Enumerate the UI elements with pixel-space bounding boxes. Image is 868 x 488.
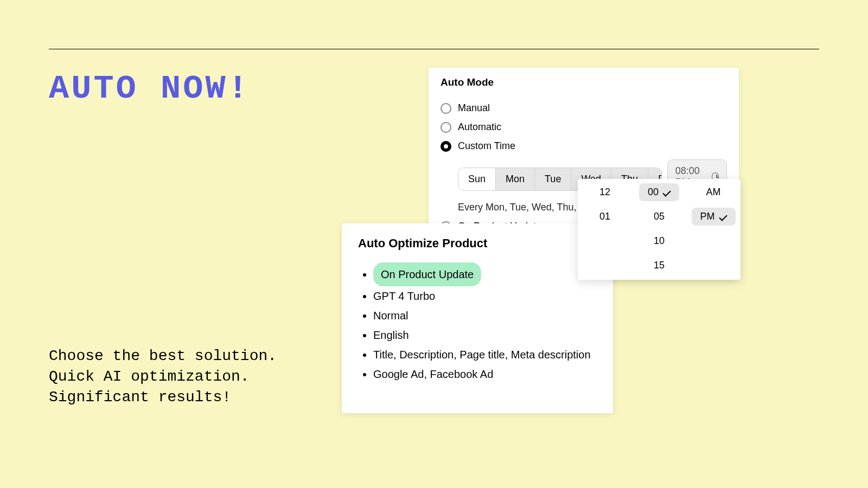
radio-icon xyxy=(441,103,451,114)
hour-option[interactable]: 01 xyxy=(591,208,619,226)
caption-line: Significant results! xyxy=(49,387,277,408)
list-item: Google Ad, Facebook Ad xyxy=(373,364,597,384)
caption-line: Choose the best solution. xyxy=(49,346,277,367)
ampm-option[interactable]: AM xyxy=(698,183,730,201)
check-icon xyxy=(719,213,727,221)
hour-option[interactable]: 12 xyxy=(591,183,619,201)
divider xyxy=(49,49,819,49)
minute-option[interactable]: 00 xyxy=(639,183,679,201)
highlighted-item: On Product Update xyxy=(373,262,481,286)
minute-option[interactable]: 10 xyxy=(645,232,673,250)
minute-column: 00 05 10 15 xyxy=(632,183,686,275)
minute-option[interactable]: 05 xyxy=(645,208,673,226)
list-item: On Product Update xyxy=(373,262,597,286)
ampm-column: AM PM xyxy=(686,183,741,275)
page-headline: AUTO NOW! xyxy=(49,69,250,108)
minute-option[interactable]: 15 xyxy=(645,256,673,274)
minute-label: 00 xyxy=(648,187,659,198)
day-sun[interactable]: Sun xyxy=(458,168,496,190)
radio-label: Automatic xyxy=(458,121,501,133)
hour-column: 12 01 xyxy=(578,183,632,275)
radio-label: Custom Time xyxy=(458,140,515,152)
optimize-list: On Product Update GPT 4 Turbo Normal Eng… xyxy=(358,262,597,384)
list-item: Normal xyxy=(373,306,597,325)
panel-title: Auto Mode xyxy=(441,76,727,88)
ampm-option[interactable]: PM xyxy=(692,208,736,226)
ampm-label: PM xyxy=(700,211,715,222)
panel-title: Auto Optimize Product xyxy=(358,236,597,251)
radio-automatic[interactable]: Automatic xyxy=(441,121,727,133)
time-picker-popover: 12 01 00 05 10 15 AM PM xyxy=(578,179,741,280)
radio-icon xyxy=(441,122,451,133)
radio-manual[interactable]: Manual xyxy=(441,102,727,114)
list-item: Title, Description, Page title, Meta des… xyxy=(373,345,597,364)
marketing-caption: Choose the best solution. Quick AI optim… xyxy=(49,346,277,407)
radio-icon xyxy=(441,141,451,152)
day-tue[interactable]: Tue xyxy=(535,168,571,190)
caption-line: Quick AI optimization. xyxy=(49,367,277,387)
day-mon[interactable]: Mon xyxy=(496,168,535,190)
auto-optimize-panel: Auto Optimize Product On Product Update … xyxy=(342,223,613,413)
list-item: English xyxy=(373,325,597,345)
radio-label: Manual xyxy=(458,102,490,114)
list-item: GPT 4 Turbo xyxy=(373,286,597,306)
radio-custom-time[interactable]: Custom Time xyxy=(441,140,727,152)
check-icon xyxy=(662,188,671,197)
